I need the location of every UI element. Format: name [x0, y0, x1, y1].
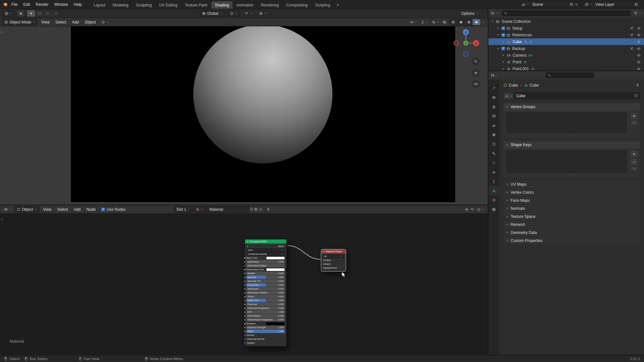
input-socket-surface[interactable]	[320, 259, 322, 261]
unlink-scene-button[interactable]	[574, 3, 578, 6]
workspace-tab-animation[interactable]: Animation	[233, 1, 257, 9]
editor-type-select[interactable]	[2, 10, 15, 17]
fake-user-button[interactable]	[632, 92, 640, 99]
properties-tab-constraints[interactable]	[488, 177, 499, 186]
node-input-subsurface[interactable]: Subsurface0.000	[246, 260, 285, 264]
outliner-row-references[interactable]: References	[488, 32, 644, 38]
outliner-row-point[interactable]: Point	[488, 59, 644, 65]
node-enum-ggx[interactable]: GGX	[246, 248, 285, 252]
snap-toggle[interactable]	[243, 10, 255, 17]
snap-magnet-icon[interactable]	[470, 208, 474, 211]
node-input-metallic[interactable]: Metallic0.000	[246, 272, 285, 275]
properties-tab-particles[interactable]	[488, 158, 499, 167]
new-scene-button[interactable]	[570, 3, 573, 6]
hide-eye-icon[interactable]	[637, 60, 641, 64]
fake-user-button[interactable]	[250, 208, 254, 211]
properties-tab-render[interactable]	[488, 93, 499, 102]
color-swatch[interactable]	[266, 322, 285, 325]
material-output-node[interactable]: Material Output AllSurfaceVolumeDisplace…	[321, 249, 346, 272]
select-mode-box[interactable]	[35, 10, 43, 17]
proportional-edit-toggle[interactable]	[257, 10, 269, 17]
chevron-down-icon[interactable]	[590, 3, 592, 6]
use-nodes-checkbox[interactable]	[101, 208, 105, 211]
collection-checkbox[interactable]	[501, 33, 505, 37]
outliner-row-point-001[interactable]: Point.001	[488, 65, 644, 70]
input-socket-anisotropic-rotation[interactable]	[244, 292, 246, 294]
input-socket-subsurface-radius[interactable]	[244, 265, 246, 267]
workspace-tab-compositing[interactable]: Compositing	[283, 1, 311, 9]
expander-closed-icon[interactable]	[501, 67, 505, 70]
expander-closed-icon[interactable]	[501, 40, 505, 43]
input-socket-specular[interactable]	[244, 276, 246, 278]
input-socket-alpha[interactable]	[244, 330, 246, 332]
node-input-specular[interactable]: Specular0.500	[246, 275, 285, 279]
properties-editor-icon[interactable]	[491, 73, 495, 77]
node-input-sheen[interactable]: Sheen0.000	[246, 295, 285, 298]
workspace-tab-modeling[interactable]: Modeling	[109, 1, 132, 9]
output-socket-bsdf[interactable]	[246, 246, 248, 247]
select-mode-circle[interactable]	[43, 10, 51, 17]
panel-remesh[interactable]: Remesh	[503, 221, 640, 228]
viewport-menu-select[interactable]: Select	[53, 19, 69, 26]
blender-logo-icon[interactable]	[3, 2, 8, 7]
chevron-down-icon[interactable]	[496, 12, 499, 15]
topbar-menu-window[interactable]: Window	[51, 1, 71, 8]
input-socket-emission-strength[interactable]	[244, 327, 246, 329]
expander-closed-icon[interactable]	[501, 60, 505, 63]
input-socket-ior[interactable]	[244, 311, 246, 313]
breadcrumb-data[interactable]: Cube	[530, 83, 539, 88]
outliner-row-scene-collection[interactable]: Scene Collection	[488, 18, 644, 25]
chevron-down-icon[interactable]	[639, 12, 642, 15]
node-enum-all[interactable]: All	[323, 255, 344, 258]
properties-tab-view-layer[interactable]	[488, 111, 499, 121]
shader-menu-select[interactable]: Select	[54, 206, 71, 213]
collection-checkbox[interactable]	[501, 26, 505, 30]
node-input-emission-strength[interactable]: Emission Strength1.000	[246, 326, 285, 329]
workspace-tab-shading[interactable]: Shading	[211, 1, 233, 9]
properties-tab-material[interactable]	[488, 195, 499, 205]
unlink-material-button[interactable]	[259, 208, 263, 211]
node-input-alpha[interactable]: Alpha1.000	[246, 330, 285, 333]
pivot-point-select[interactable]	[227, 10, 240, 17]
input-socket-sheen[interactable]	[244, 296, 246, 298]
shader-menu-add[interactable]: Add	[71, 206, 83, 213]
input-socket-specular-tint[interactable]	[244, 280, 246, 282]
view-layer-selector[interactable]: View Layer	[583, 1, 640, 8]
input-socket-base-color[interactable]	[244, 257, 246, 259]
workspace-tab-layout[interactable]: Layout	[90, 1, 109, 9]
select-mode-lasso[interactable]	[51, 10, 59, 17]
panel-geometry-data[interactable]: Geometry Data	[503, 229, 640, 236]
vertex-group-specials-button[interactable]	[630, 120, 638, 125]
input-socket-anisotropic[interactable]	[244, 288, 246, 290]
navigation-gizmo[interactable]: Z Y X	[452, 28, 479, 61]
hide-eye-icon[interactable]	[637, 53, 641, 57]
slot-select[interactable]: Slot 1	[174, 206, 193, 213]
mesh-data-selector[interactable]	[503, 92, 514, 99]
input-socket-transmission[interactable]	[244, 315, 246, 317]
node-header[interactable]: Principled BSDF	[245, 239, 286, 244]
shading-rendered-button[interactable]	[473, 19, 480, 25]
node-input-clearcoat[interactable]: Clearcoat0.000	[246, 302, 285, 306]
workspace-tab-scripting[interactable]: Scripting	[312, 1, 334, 9]
active-tool-button[interactable]	[17, 10, 25, 17]
hide-eye-icon[interactable]	[637, 40, 641, 44]
properties-tab-object[interactable]	[488, 139, 499, 149]
input-socket-transmission-roughness[interactable]	[244, 319, 246, 321]
node-input-anisotropic[interactable]: Anisotropic0.000	[246, 287, 285, 291]
shading-options-chevron-icon[interactable]	[482, 21, 485, 23]
node-input-subsurface-radius[interactable]: Subsurface Radius	[246, 264, 285, 267]
node-enum-christensen-burley[interactable]: Christensen-Burley	[246, 252, 285, 256]
input-socket-subsurface-color[interactable]	[244, 269, 246, 271]
node-input-transmission[interactable]: Transmission0.000	[246, 314, 285, 318]
input-socket-metallic[interactable]	[244, 273, 246, 274]
shader-menu-node[interactable]: Node	[83, 206, 99, 213]
add-workspace-button[interactable]: +	[334, 1, 341, 9]
zoom-button[interactable]	[472, 57, 480, 66]
properties-tab-tool[interactable]	[488, 83, 499, 93]
topbar-menu-edit[interactable]: Edit	[20, 1, 33, 8]
outliner-row-backup[interactable]: Backup	[488, 45, 644, 52]
node-input-sheen-tint[interactable]: Sheen Tint0.500	[246, 299, 285, 302]
breadcrumb-object[interactable]: Cube	[509, 83, 518, 88]
outliner-row-cube[interactable]: Cube	[488, 38, 644, 45]
selectable-checkbox[interactable]	[630, 33, 634, 37]
